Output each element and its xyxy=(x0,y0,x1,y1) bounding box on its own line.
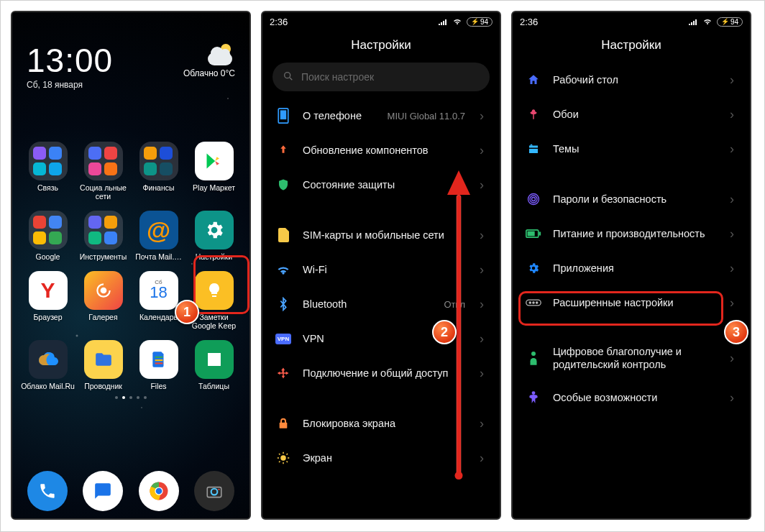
explorer-icon xyxy=(84,340,123,379)
clock-date: Сб, 18 января xyxy=(27,80,113,90)
svg-point-23 xyxy=(536,302,538,303)
wifi-icon xyxy=(452,17,462,27)
mailru-icon: @ xyxy=(139,211,178,249)
search-input[interactable]: Поиск настроек xyxy=(272,63,490,91)
row-label: Цифровое благополучие и родительский кон… xyxy=(553,345,715,371)
dock-chrome[interactable] xyxy=(139,471,179,511)
bluetooth-icon xyxy=(275,296,291,312)
battery-indicator: ⚡94 xyxy=(467,17,493,27)
app-folder-connect[interactable]: Связь xyxy=(21,142,75,201)
row-home-screen[interactable]: Рабочий стол › xyxy=(517,63,746,97)
svg-rect-19 xyxy=(528,231,535,237)
step-badge-2: 2 xyxy=(432,320,457,344)
phone-home: ⚡ 94 13:00 Сб, 18 января Облачно 0°C xyxy=(11,11,251,520)
status-time: 2:36 xyxy=(270,17,438,27)
row-wifi[interactable]: Wi-Fi › xyxy=(267,252,495,287)
weather-text: Облачно 0°C xyxy=(183,68,235,78)
chevron-right-icon: › xyxy=(727,295,737,311)
svg-point-6 xyxy=(155,488,162,495)
row-about-phone[interactable]: О телефоне MIUI Global 11.0.7 › xyxy=(267,98,495,133)
app-files[interactable]: Files xyxy=(132,340,185,390)
row-lock-screen[interactable]: Блокировка экрана › xyxy=(267,406,495,441)
status-time: 2:36 xyxy=(520,17,688,27)
row-connection-sharing[interactable]: Подключение и общий доступ › xyxy=(267,356,495,390)
row-security-status[interactable]: Состояние защиты › xyxy=(267,168,495,202)
dock-camera[interactable] xyxy=(194,471,234,511)
svg-point-14 xyxy=(532,198,536,201)
chevron-right-icon: › xyxy=(477,109,487,124)
dock-messages[interactable] xyxy=(83,471,123,511)
accessibility-icon xyxy=(526,390,541,405)
app-folder-tools[interactable]: Инструменты xyxy=(76,211,130,261)
row-value: Откл xyxy=(444,299,466,310)
row-sim-cards[interactable]: SIM-карты и мобильные сети › xyxy=(267,218,495,252)
app-label: Инструменты xyxy=(80,252,127,261)
svg-rect-12 xyxy=(280,110,286,119)
app-label: Files xyxy=(150,382,166,390)
row-component-updates[interactable]: Обновление компонентов › xyxy=(267,133,495,168)
row-accessibility[interactable]: Особые возможности › xyxy=(517,380,746,415)
cloud-icon xyxy=(29,340,68,379)
chevron-right-icon: › xyxy=(477,297,487,312)
dock-phone[interactable] xyxy=(27,471,68,511)
calendar-day: 18 xyxy=(150,283,167,302)
weather-widget[interactable]: Облачно 0°C xyxy=(183,44,235,78)
yandex-icon: Y xyxy=(29,271,68,310)
shield-icon xyxy=(275,177,291,193)
app-play-market[interactable]: Play Маркет xyxy=(187,142,241,201)
signal-icon xyxy=(438,17,448,27)
app-folder-social[interactable]: Социа льные сети xyxy=(76,142,130,201)
svg-point-0 xyxy=(100,288,106,294)
files-icon xyxy=(139,340,178,379)
row-label: Особые возможности xyxy=(553,391,715,404)
fingerprint-icon xyxy=(526,191,541,207)
apps-grid[interactable]: Связь Социа льные сети Финансы xyxy=(12,142,249,390)
folder-icon xyxy=(29,211,68,249)
row-digital-wellbeing[interactable]: Цифровое благополучие и родительский кон… xyxy=(517,336,746,380)
wallpaper-icon xyxy=(526,106,541,122)
page-title: Настройки xyxy=(513,31,750,63)
row-label: Состояние защиты xyxy=(303,178,465,191)
app-yandex-browser[interactable]: Y Браузер xyxy=(21,271,75,330)
calendar-icon: Сб 18 xyxy=(139,271,178,310)
apps-icon xyxy=(526,260,541,276)
more-icon xyxy=(526,295,541,311)
app-mailru-mail[interactable]: @ Почта Mail.… xyxy=(132,211,185,261)
chevron-right-icon: › xyxy=(477,331,487,347)
app-explorer[interactable]: Проводник xyxy=(76,340,130,390)
app-mailru-cloud[interactable]: Облако Mail.Ru xyxy=(21,340,75,390)
clock-weather-widget[interactable]: 13:00 Сб, 18 января Облачно 0°C xyxy=(12,31,249,93)
settings-list[interactable]: Рабочий стол › Обои › Темы › Пароли и бе… xyxy=(513,63,750,415)
svg-rect-3 xyxy=(155,357,162,358)
home-icon xyxy=(526,72,541,88)
row-label: О телефоне xyxy=(303,109,376,122)
row-themes[interactable]: Темы › xyxy=(517,132,746,166)
chevron-right-icon: › xyxy=(727,390,737,405)
gallery-icon xyxy=(84,271,123,310)
svg-point-15 xyxy=(530,196,537,203)
app-folder-finance[interactable]: Финансы xyxy=(132,142,185,201)
row-apps[interactable]: Приложения › xyxy=(517,251,746,285)
row-label: Wi-Fi xyxy=(303,263,454,276)
row-vpn[interactable]: VPN VPN › xyxy=(267,321,495,356)
row-display[interactable]: Экран › xyxy=(267,441,495,475)
app-settings[interactable]: Настройки xyxy=(187,211,241,261)
svg-point-13 xyxy=(280,455,286,461)
settings-list[interactable]: О телефоне MIUI Global 11.0.7 › Обновлен… xyxy=(262,98,500,475)
chevron-right-icon: › xyxy=(727,73,737,88)
app-calendar[interactable]: Сб 18 Календарь xyxy=(132,271,185,330)
row-battery-perf[interactable]: Питание и производительность › xyxy=(517,216,746,251)
app-label: Финансы xyxy=(142,183,174,192)
app-folder-google[interactable]: Google xyxy=(21,211,75,261)
row-advanced-settings[interactable]: Расширенные настройки › xyxy=(517,285,746,320)
app-keep[interactable]: Заметки Google Keep xyxy=(187,271,241,330)
row-wallpaper[interactable]: Обои › xyxy=(517,97,746,132)
app-gallery[interactable]: Галерея xyxy=(76,271,130,330)
page-title: Настройки xyxy=(262,31,500,63)
row-passwords-security[interactable]: Пароли и безопасность › xyxy=(517,182,746,216)
app-sheets[interactable]: Таблицы xyxy=(187,340,241,390)
row-label: Блокировка экрана xyxy=(303,417,465,430)
svg-point-22 xyxy=(533,302,534,303)
row-bluetooth[interactable]: Bluetooth Откл › xyxy=(267,287,495,321)
svg-point-10 xyxy=(285,72,290,78)
